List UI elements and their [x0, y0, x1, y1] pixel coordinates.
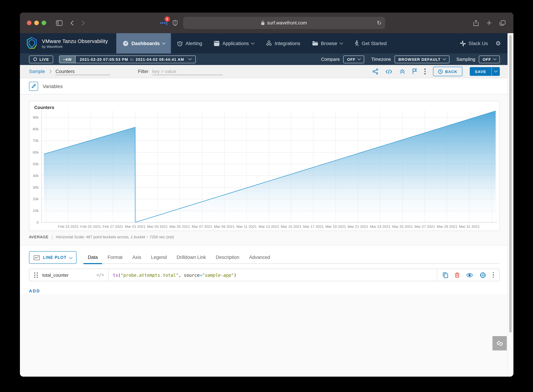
tab-axis[interactable]: Axis — [127, 252, 146, 263]
chevron-down-icon — [251, 41, 255, 44]
tab-legend[interactable]: Legend — [146, 252, 172, 263]
time-bar: LIVE ~6W 2021-02-20 07:05:53 PM to 2021-… — [20, 53, 514, 65]
brand[interactable]: VMware Tanzu Observability by Wavefront — [20, 33, 116, 53]
tab-format[interactable]: Format — [103, 252, 128, 263]
add-query-button[interactable]: ADD — [29, 289, 40, 294]
query-row: total_counter </> ts("probe.attempts.tot… — [29, 269, 500, 281]
edit-variables-button[interactable] — [29, 82, 38, 91]
drag-handle-icon[interactable] — [34, 272, 38, 278]
plot-type-selector[interactable]: LINE PLOT — [29, 251, 77, 264]
chart-config: LINE PLOT Data Format Axis Legend Drilld… — [20, 245, 514, 294]
sampling-select[interactable]: OFF — [479, 55, 500, 63]
compare-select[interactable]: OFF — [343, 55, 364, 63]
query-more-options-icon[interactable] — [493, 272, 494, 278]
traffic-lights[interactable] — [27, 21, 46, 25]
extensions-icon[interactable]: ••• 1 — [160, 20, 167, 25]
breadcrumb-root-link[interactable]: Sample — [29, 69, 45, 74]
collapse-up-icon[interactable] — [399, 69, 405, 74]
svg-text:Mar 07 2021: Mar 07 2021 — [192, 224, 212, 229]
nav-item-browse[interactable]: Browse — [306, 33, 348, 53]
new-tab-icon[interactable] — [486, 20, 492, 25]
back-icon[interactable] — [70, 20, 74, 26]
more-options-icon[interactable] — [424, 69, 425, 75]
query-actions: AI — [437, 269, 500, 281]
zoom-window-button[interactable] — [42, 21, 46, 25]
forward-icon[interactable] — [81, 20, 85, 26]
nav-item-get-started[interactable]: Get Started — [348, 33, 393, 53]
query-name[interactable]: total_counter — [42, 272, 96, 278]
page-scrollbar-track[interactable] — [507, 33, 514, 377]
svg-text:90k: 90k — [33, 115, 39, 119]
dashboard-name-input[interactable] — [55, 68, 110, 75]
ai-assist-icon[interactable]: AI — [479, 272, 486, 278]
gauge-icon — [123, 40, 129, 46]
share-link-button[interactable] — [492, 336, 507, 350]
clone-query-icon[interactable] — [443, 272, 448, 278]
aggregation-mode: AVERAGE — [29, 235, 49, 239]
line-chart[interactable]: 010k20k30k40k50k60k70k80k90kFeb 23 2021F… — [29, 101, 500, 231]
minimize-window-button[interactable] — [34, 21, 39, 25]
brand-subtitle: by Wavefront — [42, 45, 108, 48]
tab-data[interactable]: Data — [83, 252, 103, 263]
delete-query-icon[interactable] — [454, 272, 459, 278]
reload-icon[interactable]: ↻ — [377, 19, 382, 26]
nav-item-applications[interactable]: Applications — [208, 33, 260, 53]
page-scrollbar-thumb[interactable] — [509, 35, 512, 333]
nav-item-integrations[interactable]: Integrations — [260, 33, 306, 53]
gear-icon[interactable]: ⚙ — [496, 40, 501, 47]
svg-text:Feb 23 2021: Feb 23 2021 — [58, 224, 79, 229]
svg-text:Mar 11 2021: Mar 11 2021 — [236, 224, 257, 229]
svg-text:Mar 31 2021: Mar 31 2021 — [459, 224, 480, 229]
svg-text:Mar 17 2021: Mar 17 2021 — [303, 224, 324, 229]
breadcrumb: Sample Filter — [20, 65, 514, 78]
svg-text:30k: 30k — [33, 185, 39, 189]
share-icon[interactable] — [473, 20, 479, 26]
svg-text:Mar 29 2021: Mar 29 2021 — [437, 224, 457, 229]
back-button[interactable]: BACK — [433, 67, 462, 76]
svg-text:20k: 20k — [33, 197, 39, 201]
nav-item-alerting[interactable]: Alerting — [171, 33, 208, 53]
tab-drilldown-link[interactable]: Drilldown Link — [172, 252, 211, 263]
extensions-badge: 1 — [164, 16, 170, 22]
save-button[interactable]: SAVE — [470, 67, 500, 76]
brand-title: VMware Tanzu Observability — [42, 38, 108, 44]
time-range-control[interactable]: ~6W 2021-02-20 07:05:53 PM to 2021-04-02… — [59, 55, 196, 63]
query-expression[interactable]: ts("probe.attempts.total", source="sampl… — [108, 272, 437, 278]
timezone-select[interactable]: BROWSER DEFAULT — [395, 55, 449, 63]
slack-us-button[interactable]: Slack Us — [460, 40, 488, 46]
privacy-shield-icon[interactable] — [173, 20, 177, 26]
chart-panel[interactable]: 010k20k30k40k50k60k70k80k90kFeb 23 2021F… — [29, 101, 500, 231]
tab-advanced[interactable]: Advanced — [244, 252, 275, 263]
compare-label: Compare — [321, 57, 340, 62]
share-nodes-icon[interactable] — [373, 69, 378, 75]
chevron-right-icon — [48, 70, 51, 73]
tab-overview-icon[interactable] — [500, 20, 506, 26]
svg-text:Mar 15 2021: Mar 15 2021 — [281, 224, 301, 229]
svg-text:Mar 21 2021: Mar 21 2021 — [348, 224, 368, 229]
link-icon — [496, 339, 504, 347]
query-code-toggle-icon[interactable]: </> — [96, 272, 104, 277]
sidebar-toggle-icon[interactable] — [56, 20, 63, 26]
browser-toolbar: ••• 1 surf.wavefront.com ↻ — [20, 13, 514, 33]
flag-icon[interactable] — [412, 69, 417, 75]
svg-text:Mar 01 2021: Mar 01 2021 — [125, 224, 145, 229]
tab-description[interactable]: Description — [211, 252, 244, 263]
dashboard-content: 010k20k30k40k50k60k70k80k90kFeb 23 2021F… — [20, 94, 514, 377]
svg-text:Mar 25 2021: Mar 25 2021 — [392, 224, 413, 229]
nav-item-dashboards[interactable]: Dashboards — [116, 33, 171, 53]
visibility-eye-icon[interactable] — [466, 273, 473, 277]
slack-us-label: Slack Us — [468, 41, 488, 46]
timezone-label: Timezone — [371, 57, 391, 62]
close-window-button[interactable] — [27, 21, 32, 25]
code-icon[interactable] — [385, 69, 392, 74]
live-button[interactable]: LIVE — [29, 55, 53, 63]
svg-text:70k: 70k — [33, 139, 39, 143]
save-options-dropdown[interactable] — [491, 67, 500, 76]
slack-icon — [460, 40, 466, 46]
wavefront-logo-icon — [26, 36, 38, 50]
line-plot-icon — [33, 255, 40, 260]
filter-input[interactable] — [152, 68, 223, 75]
url-bar[interactable]: surf.wavefront.com ↻ — [183, 17, 385, 29]
svg-text:AI: AI — [482, 273, 484, 276]
svg-text:0: 0 — [37, 220, 39, 224]
